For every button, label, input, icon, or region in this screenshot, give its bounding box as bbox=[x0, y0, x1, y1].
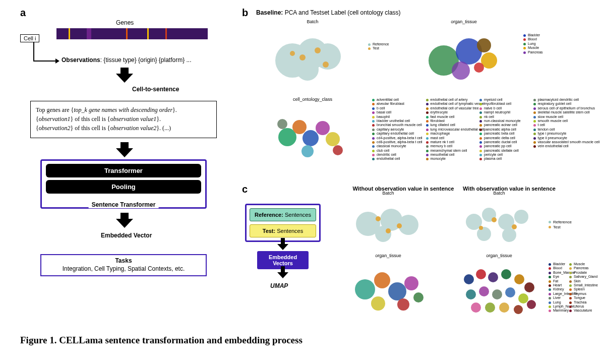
legend-item: Reference bbox=[549, 220, 579, 225]
svg-point-59 bbox=[514, 305, 523, 314]
legend-item: memory b cell bbox=[426, 144, 477, 148]
svg-point-38 bbox=[355, 279, 375, 299]
legend-item: pericyte cell bbox=[479, 153, 530, 157]
legend-item: fibroblast bbox=[426, 119, 477, 123]
legend-item: myofibroblast cell bbox=[479, 102, 530, 106]
sentence-line1: Top genes are {top_k gene names with des… bbox=[36, 105, 211, 114]
legend-item: t cell bbox=[533, 123, 584, 127]
legend-item: Lymph_Node bbox=[549, 305, 567, 309]
svg-point-43 bbox=[397, 298, 409, 311]
legend-item: lung microvascular endothelial cell bbox=[426, 128, 477, 132]
legend-item: tendon cell bbox=[533, 128, 584, 132]
legend-item: naive b cell bbox=[479, 106, 530, 110]
svg-point-27 bbox=[397, 223, 402, 228]
legend-item: pancreatic stellate cell bbox=[479, 149, 530, 153]
scatter-batch: Batch bbox=[262, 25, 363, 86]
legend-item: basal cell bbox=[372, 110, 423, 114]
legend-item: pancreatic alpha cell bbox=[479, 128, 530, 132]
svg-point-47 bbox=[488, 272, 498, 282]
svg-point-3 bbox=[296, 58, 319, 81]
legend-item: erythrocyte bbox=[426, 110, 477, 114]
legend-item: non-classical monocyte bbox=[479, 119, 530, 123]
legend-item: plasmacytoid dendritic cell bbox=[533, 98, 584, 102]
legend-item: plasma cell bbox=[479, 157, 530, 161]
legend-item: Spleen bbox=[569, 287, 588, 291]
legend-item: smooth muscle cell bbox=[533, 119, 584, 123]
cell-to-sentence-label: Cell-to-sentence bbox=[132, 86, 179, 93]
svg-point-6 bbox=[323, 62, 329, 68]
legend-item: capillary endothelial cell bbox=[372, 132, 423, 136]
legend-item: Reference bbox=[368, 42, 398, 46]
cell-arrowhead-icon bbox=[55, 58, 59, 64]
reference-row: Reference: Sentences bbox=[250, 208, 316, 221]
sentence-template-box: Top genes are {top_k gene names with des… bbox=[30, 101, 217, 138]
legend-batch: ReferenceTest bbox=[368, 42, 398, 51]
scatter-ontology: cell_ontology_class bbox=[262, 103, 363, 163]
legend-item: mesenchymal stem cell bbox=[426, 149, 477, 153]
panel-a-label: a bbox=[20, 7, 26, 19]
svg-point-49 bbox=[514, 274, 524, 284]
legend-item: Eye bbox=[549, 275, 567, 279]
legend-item: respiratory goblet cell bbox=[533, 102, 584, 106]
legend-item: capillary aerocyte bbox=[372, 128, 423, 132]
svg-point-52 bbox=[479, 286, 489, 296]
legend-item: Bladder bbox=[549, 262, 567, 266]
legend-item: Salivary_Gland bbox=[569, 275, 588, 279]
svg-point-4 bbox=[299, 54, 306, 60]
legend-item: alveolar fibroblast bbox=[372, 102, 423, 106]
legend-item: Heart bbox=[549, 283, 567, 287]
figure-1: a Genes Cell i Observations: {tissue typ… bbox=[20, 7, 585, 330]
legend-item: Large_Intestine bbox=[549, 292, 567, 296]
test-row: Test: Sentences bbox=[250, 224, 316, 237]
svg-point-7 bbox=[290, 51, 295, 56]
svg-point-20 bbox=[333, 145, 343, 155]
panel-a: a Genes Cell i Observations: {tissue typ… bbox=[20, 7, 222, 330]
cell-line bbox=[33, 42, 34, 62]
legend-item: bronchial smooth muscle cell bbox=[372, 123, 423, 127]
down-arrow-icon bbox=[277, 244, 288, 251]
svg-point-56 bbox=[471, 302, 481, 313]
legend-item: myeloid cell bbox=[479, 98, 530, 102]
svg-point-58 bbox=[499, 302, 509, 313]
legend-item: Bone_Marrow bbox=[549, 271, 567, 275]
legend-item: endothelial cell of artery bbox=[426, 98, 477, 102]
legend-item: skeletal muscle satellite stem cell bbox=[533, 110, 584, 114]
svg-point-54 bbox=[505, 287, 515, 297]
panel-c: c Reference: Sentences Test: Sentences E… bbox=[242, 184, 585, 330]
umap-without-batch: Batch bbox=[343, 197, 434, 247]
svg-point-28 bbox=[386, 228, 391, 233]
svg-point-42 bbox=[371, 296, 385, 311]
umap-without-organ: organ_tissue bbox=[343, 259, 434, 320]
legend-item: cd4-positive, alpha-beta t cell bbox=[372, 136, 423, 140]
svg-point-45 bbox=[464, 274, 474, 284]
legend-item: Mammary bbox=[549, 309, 567, 313]
sentence-transformer-block: Transformer Pooling Sentence Transformer bbox=[40, 159, 207, 209]
svg-point-39 bbox=[374, 272, 390, 288]
panel-b-label: b bbox=[242, 7, 248, 19]
tasks-box: Tasks Integration, Cell Typing, Spatial … bbox=[40, 254, 207, 276]
svg-point-5 bbox=[315, 47, 321, 53]
legend-item: Thymus bbox=[569, 292, 588, 296]
svg-point-25 bbox=[375, 226, 391, 242]
observations-text: Observations: {tissue type} {origin} {pl… bbox=[62, 56, 191, 64]
legend-item: Fat bbox=[549, 279, 567, 283]
svg-point-15 bbox=[292, 120, 307, 134]
sentence-line2: {observation1} of this cell is {observat… bbox=[36, 114, 211, 124]
legend-item: Muscle bbox=[569, 262, 588, 266]
svg-point-46 bbox=[476, 269, 486, 279]
down-arrow-icon bbox=[116, 68, 133, 83]
svg-point-13 bbox=[474, 63, 484, 73]
legend-item: type ii pneumocyte bbox=[533, 136, 584, 140]
plot-title: Batch bbox=[382, 191, 394, 196]
legend-item: fast muscle cell bbox=[426, 115, 477, 119]
pooling-row: Pooling bbox=[46, 180, 201, 194]
legend-item: mast cell bbox=[426, 136, 477, 140]
legend-item: Skin bbox=[569, 279, 588, 283]
legend-item: nampt neutrophil bbox=[479, 110, 530, 114]
svg-point-26 bbox=[376, 216, 381, 221]
legend-item: monocyte bbox=[426, 157, 477, 161]
svg-point-16 bbox=[302, 130, 319, 146]
legend-item: basophil bbox=[372, 115, 423, 119]
legend-item: endothelial cell of vascular tree bbox=[426, 106, 477, 110]
legend-item: serous cell of epithelium of bronchus bbox=[533, 106, 584, 110]
